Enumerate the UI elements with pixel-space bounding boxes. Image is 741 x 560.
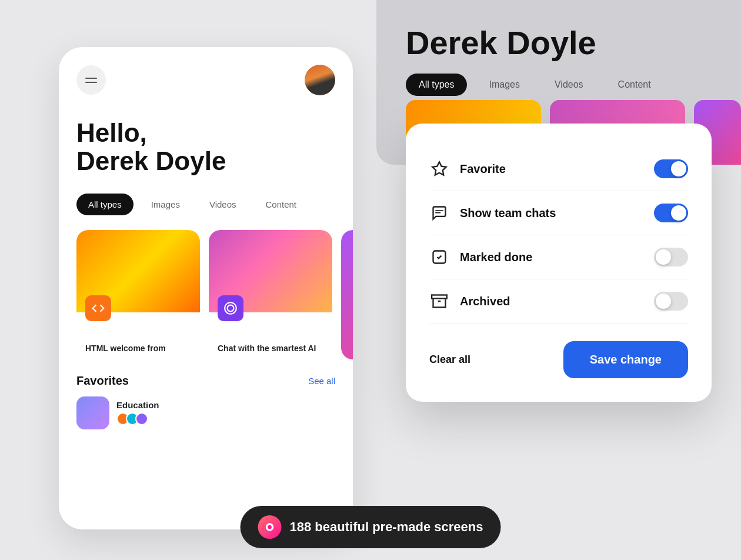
badge-icon xyxy=(258,515,282,539)
avatar xyxy=(305,65,335,95)
card-text-html: HTML welcome from xyxy=(85,343,194,354)
favorite-toggle[interactable] xyxy=(654,159,688,178)
show-team-chats-label: Show team chats xyxy=(460,206,556,220)
cards-row: HTML welcome from Chat with the smartest… xyxy=(76,230,335,359)
show-team-chats-toggle[interactable] xyxy=(654,204,688,222)
phone-tab-all-types[interactable]: All types xyxy=(76,194,133,215)
card-icon-orange xyxy=(85,295,111,321)
clear-all-button[interactable]: Clear all xyxy=(429,354,470,366)
menu-button[interactable] xyxy=(76,65,106,95)
bottom-badge: 188 beautiful pre-made screens xyxy=(241,506,501,548)
marked-done-toggle-knob xyxy=(656,249,671,265)
favorite-row: Favorite xyxy=(429,147,688,191)
marked-done-left: Marked done xyxy=(429,247,532,267)
card-html[interactable]: HTML welcome from xyxy=(76,230,200,359)
marked-done-toggle[interactable] xyxy=(654,248,688,266)
card-title-chat: Chat with the smartest AI xyxy=(218,343,326,354)
bg-tab-all-types[interactable]: All types xyxy=(406,74,467,96)
see-all-link[interactable]: See all xyxy=(308,376,335,386)
chat-icon xyxy=(429,203,449,223)
phone-filter-tabs: All types Images Videos Content xyxy=(76,194,335,215)
fav-avatars xyxy=(116,412,159,425)
phone-tab-videos[interactable]: Videos xyxy=(198,194,248,215)
phone-tab-content[interactable]: Content xyxy=(254,194,309,215)
phone-header xyxy=(76,65,335,95)
show-team-chats-toggle-knob xyxy=(671,205,686,221)
svg-rect-1 xyxy=(435,210,443,211)
archive-icon xyxy=(429,291,449,311)
avatar-image xyxy=(305,65,335,95)
save-change-button[interactable]: Save change xyxy=(563,341,688,378)
favorite-row-left: Favorite xyxy=(429,159,506,179)
svg-rect-2 xyxy=(435,212,440,214)
card-third xyxy=(341,230,353,359)
fav-thumbnail xyxy=(76,396,109,429)
phone-card: Hello, Derek Doyle All types Images Vide… xyxy=(59,47,353,529)
bg-tab-content[interactable]: Content xyxy=(605,74,664,96)
greeting-text: Hello, Derek Doyle xyxy=(76,119,335,176)
card-icon-purple xyxy=(218,295,243,321)
card-chat[interactable]: Chat with the smartest AI xyxy=(209,230,332,359)
bg-panel-tabs: All types Images Videos Content xyxy=(376,74,741,96)
check-icon xyxy=(429,247,449,267)
show-team-chats-left: Show team chats xyxy=(429,203,556,223)
star-icon xyxy=(429,159,449,179)
greeting: Hello, Derek Doyle xyxy=(76,119,335,176)
archived-label: Archived xyxy=(460,295,510,308)
archived-toggle[interactable] xyxy=(654,292,688,311)
badge-text: 188 beautiful pre-made screens xyxy=(290,519,483,535)
marked-done-row: Marked done xyxy=(429,235,688,279)
favorite-label: Favorite xyxy=(460,162,506,176)
favorites-title: Favorites xyxy=(76,374,129,388)
archived-toggle-knob xyxy=(656,294,671,309)
favorites-section: Favorites See all Education xyxy=(76,374,335,429)
svg-rect-4 xyxy=(432,295,447,299)
favorites-header: Favorites See all xyxy=(76,374,335,388)
card-text-chat: Chat with the smartest AI xyxy=(218,343,326,354)
show-team-chats-row: Show team chats xyxy=(429,191,688,235)
marked-done-label: Marked done xyxy=(460,251,532,264)
favorite-toggle-knob xyxy=(671,161,686,176)
menu-line-1 xyxy=(85,78,97,79)
archived-row: Archived xyxy=(429,279,688,324)
archived-left: Archived xyxy=(429,291,510,311)
modal-footer: Clear all Save change xyxy=(429,341,688,378)
card-title-html: HTML welcome from xyxy=(85,343,194,354)
phone-tab-images[interactable]: Images xyxy=(139,194,192,215)
fav-info: Education xyxy=(116,400,159,425)
bg-tab-images[interactable]: Images xyxy=(476,74,532,96)
svg-marker-0 xyxy=(432,162,446,175)
bg-tab-videos[interactable]: Videos xyxy=(542,74,596,96)
fav-name: Education xyxy=(116,400,159,410)
settings-modal: Favorite Show team chats xyxy=(406,124,712,402)
fav-avatar-3 xyxy=(135,412,148,425)
menu-line-2 xyxy=(85,82,97,83)
bg-panel-title: Derek Doyle xyxy=(376,0,741,74)
svg-point-7 xyxy=(268,525,272,529)
fav-item[interactable]: Education xyxy=(76,396,335,429)
